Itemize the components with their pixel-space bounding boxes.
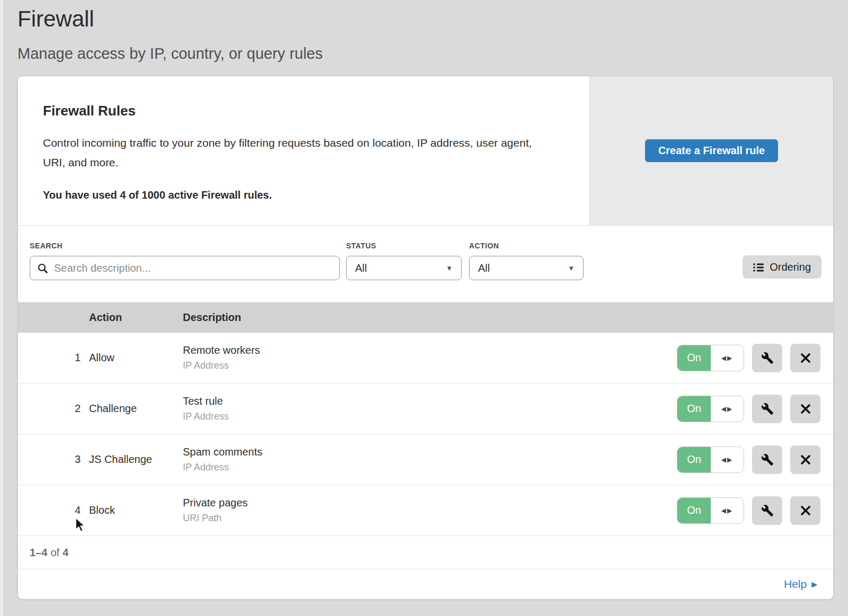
toggle-on-label: On (677, 447, 711, 472)
delete-rule-button[interactable] (790, 445, 820, 474)
pagination-total: 4 (63, 547, 68, 559)
action-filter-group: ACTION All ▼ (469, 242, 584, 280)
rules-usage-text: You have used 4 of 1000 active Firewall … (43, 189, 558, 201)
pagination: 1–4 of 4 (18, 536, 833, 569)
search-label: SEARCH (30, 242, 340, 250)
rule-controls: On ◀▶ (677, 445, 833, 474)
edit-rule-button[interactable] (752, 496, 782, 525)
left-right-arrows-icon: ◀▶ (711, 345, 744, 371)
status-select[interactable]: All ▼ (346, 256, 462, 280)
page-subtitle: Manage access by IP, country, or query r… (17, 45, 848, 63)
delete-rule-button[interactable] (790, 344, 820, 372)
rule-description: Private pages (183, 497, 677, 509)
edit-rule-button[interactable] (752, 344, 782, 372)
rule-description-cell: Remote workers IP Address (183, 344, 677, 371)
close-icon (800, 404, 811, 414)
filters-bar: SEARCH STATUS All ▼ ACTION All ▼ (18, 226, 833, 302)
rules-description: Control incoming traffic to your zone by… (43, 133, 546, 172)
page-header: Firewall Manage access by IP, country, o… (0, 0, 848, 63)
rule-description-cell: Test rule IP Address (183, 395, 677, 422)
table-row: 3 JS Challenge Spam comments IP Address … (18, 434, 833, 485)
help-arrow-icon: ▶ (811, 581, 817, 588)
wrench-icon (761, 352, 774, 364)
left-right-arrows-icon: ◀▶ (711, 447, 744, 472)
rules-intro: Firewall Rules Control incoming traffic … (18, 76, 589, 225)
wrench-icon (761, 504, 774, 517)
chevron-down-icon: ▼ (446, 264, 453, 272)
action-column-header: Action (89, 311, 183, 324)
ordering-button-label: Ordering (770, 261, 811, 273)
rule-action: JS Challenge (89, 453, 183, 466)
rule-priority: 4 (18, 504, 89, 516)
table-header-row: Action Description (18, 302, 833, 333)
create-rule-panel: Create a Firewall rule (589, 76, 833, 225)
page-title: Firewall (17, 5, 848, 33)
table-row: 4 Block Private pages URI Path On ◀▶ (18, 485, 833, 536)
left-right-arrows-icon: ◀▶ (711, 498, 744, 523)
rule-description: Remote workers (183, 344, 677, 356)
rule-action: Allow (89, 352, 183, 364)
rule-description: Test rule (183, 395, 677, 407)
search-input[interactable] (53, 262, 332, 275)
description-column-header: Description (183, 311, 677, 324)
create-firewall-rule-button[interactable]: Create a Firewall rule (645, 139, 778, 162)
chevron-down-icon: ▼ (568, 264, 575, 272)
rule-controls: On ◀▶ (677, 344, 833, 372)
rule-description-cell: Spam comments IP Address (183, 446, 677, 473)
rule-action: Block (89, 504, 183, 516)
rule-enabled-toggle[interactable]: On ◀▶ (677, 396, 744, 422)
rules-heading: Firewall Rules (43, 103, 558, 119)
help-label: Help (784, 578, 807, 591)
rule-match-type: IP Address (183, 360, 677, 371)
rule-description: Spam comments (183, 446, 677, 458)
toggle-on-label: On (677, 345, 711, 371)
toggle-on-label: On (677, 498, 711, 523)
help-row: Help ▶ (18, 569, 833, 599)
close-icon (800, 353, 811, 363)
action-label: ACTION (469, 242, 584, 250)
ordered-list-icon (753, 263, 764, 272)
toggle-on-label: On (677, 396, 711, 422)
status-selected-value: All (355, 262, 367, 274)
action-select[interactable]: All ▼ (469, 256, 584, 280)
rule-priority: 2 (18, 403, 89, 415)
rule-controls: On ◀▶ (677, 496, 833, 525)
rule-enabled-toggle[interactable]: On ◀▶ (677, 447, 744, 473)
close-icon (800, 505, 811, 516)
rule-match-type: IP Address (183, 462, 677, 473)
status-filter-group: STATUS All ▼ (346, 242, 462, 280)
table-row: 1 Allow Remote workers IP Address On ◀▶ (18, 333, 833, 383)
search-icon (38, 263, 48, 273)
left-right-arrows-icon: ◀▶ (711, 396, 744, 422)
rule-action: Challenge (89, 403, 183, 415)
rule-match-type: URI Path (183, 513, 677, 524)
ordering-button[interactable]: Ordering (743, 255, 822, 279)
delete-rule-button[interactable] (790, 496, 820, 525)
search-box[interactable] (30, 256, 340, 280)
rule-priority: 1 (18, 352, 89, 364)
delete-rule-button[interactable] (790, 395, 820, 423)
card-top-section: Firewall Rules Control incoming traffic … (18, 76, 833, 226)
edit-rule-button[interactable] (752, 445, 782, 474)
close-icon (800, 454, 811, 465)
status-label: STATUS (346, 242, 462, 250)
help-link[interactable]: Help ▶ (784, 578, 817, 591)
rule-enabled-toggle[interactable]: On ◀▶ (677, 345, 744, 371)
wrench-icon (761, 453, 774, 466)
wrench-icon (761, 403, 774, 415)
rule-controls: On ◀▶ (677, 395, 833, 423)
firewall-rules-card: Firewall Rules Control incoming traffic … (17, 76, 834, 600)
rule-priority: 3 (18, 453, 89, 466)
pagination-range: 1–4 (30, 547, 47, 559)
rule-match-type: IP Address (183, 411, 677, 422)
action-selected-value: All (478, 262, 490, 274)
search-filter-group: SEARCH (30, 242, 340, 280)
table-row: 2 Challenge Test rule IP Address On ◀▶ (18, 383, 833, 434)
edit-rule-button[interactable] (752, 395, 782, 423)
rule-description-cell: Private pages URI Path (183, 497, 677, 524)
rule-enabled-toggle[interactable]: On ◀▶ (677, 497, 744, 524)
pagination-of: of (50, 547, 59, 559)
